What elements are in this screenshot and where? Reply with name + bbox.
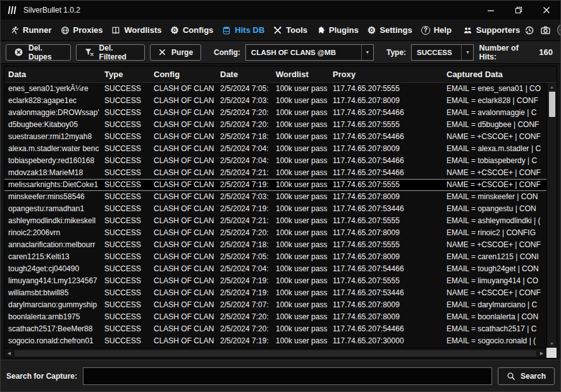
cell-type: SUCCESS (101, 311, 150, 323)
table-row[interactable]: minskeefer:mins58546 SUCCESS CLASH OF CL… (4, 191, 546, 203)
scroll-left-icon[interactable]: ◀ (4, 348, 14, 358)
nav-item-settings[interactable]: ⚙ Settings (363, 20, 417, 40)
cell-wordlist: 100k user pass (272, 95, 329, 107)
column-header-proxy[interactable]: Proxy (329, 66, 443, 82)
nav-item-tools[interactable]: Tools (269, 20, 312, 40)
table-header-corner (546, 66, 557, 83)
search-button[interactable]: Search (498, 367, 555, 385)
table-row[interactable]: d5bugbee:Kitaboy05 SUCCESS CLASH OF CLAN… (4, 119, 546, 131)
cell-proxy: 117.74.65.207:54466 (329, 131, 443, 143)
vertical-scrollbar[interactable]: ▲ ▼ (546, 83, 557, 348)
cell-proxy: 117.74.65.207:30000 (329, 335, 443, 347)
table-row[interactable]: sogocio.ronald:chefron01 SUCCESS CLASH O… (4, 335, 546, 347)
cell-wordlist: 100k user pass (272, 167, 329, 179)
config-select-value: CLASH OF CLANS @MB (246, 49, 361, 56)
nav-item-plugins[interactable]: Plugins (312, 20, 363, 40)
table-row[interactable]: enes_sena01:yerkÃ¼re SUCCESS CLASH OF CL… (4, 83, 546, 95)
cell-captured: EMAIL = rinoic2 | CONFIG (443, 227, 546, 239)
cell-wordlist: 100k user pass (272, 143, 329, 155)
cell-type: SUCCESS (101, 335, 150, 347)
wordlists-icon (111, 26, 120, 35)
type-select[interactable]: SUCCESS ▼ (411, 44, 474, 61)
cell-type: SUCCESS (101, 275, 150, 287)
cell-wordlist: 100k user pass (272, 227, 329, 239)
cell-config: CLASH OF CLAN (150, 167, 216, 179)
capture-search-bar: Search for Capture: Search (1, 360, 560, 391)
cell-data: boonlalerta:arnb1975 (4, 311, 101, 323)
cell-data: mdovzak18:MarieM18 (4, 167, 101, 179)
nav-item-label: Wordlists (124, 25, 161, 35)
del-filtered-label: Del. Filtered (99, 44, 137, 61)
cell-config: CLASH OF CLAN (150, 311, 216, 323)
cell-date: 2/5/2024 7:03: (216, 95, 272, 107)
cell-captured: NAME = +CSCOE+ | CONF (443, 179, 546, 191)
table-row[interactable]: tough24get:cj040490 SUCCESS CLASH OF CLA… (4, 263, 546, 275)
table-row[interactable]: boonlalerta:arnb1975 SUCCESS CLASH OF CL… (4, 311, 546, 323)
cell-date: 2/5/2024 7:20: (216, 119, 272, 131)
cell-data: melissarknights:DietCoke1 (4, 179, 101, 191)
cell-captured: EMAIL = avalonmaggie | C (443, 107, 546, 119)
table-row[interactable]: tobiaspeberdy:red160168 SUCCESS CLASH OF… (4, 155, 546, 167)
cell-type: SUCCESS (101, 227, 150, 239)
column-header-date[interactable]: Date (216, 66, 272, 82)
table-row[interactable]: rinoic2:2006vrn SUCCESS CLASH OF CLAN 2/… (4, 227, 546, 239)
cell-captured: EMAIL = eclark828 | CONF (443, 95, 546, 107)
table-row[interactable]: limuyang414:Lmy1234567 SUCCESS CLASH OF … (4, 275, 546, 287)
minimize-button[interactable] (477, 1, 505, 20)
scroll-up-icon[interactable]: ▲ (547, 83, 557, 91)
maximize-button[interactable] (505, 1, 533, 20)
cell-config: CLASH OF CLAN (150, 143, 216, 155)
del-dupes-button[interactable]: Del. Dupes (6, 44, 71, 61)
table-row[interactable]: williamsbt:btwill85 SUCCESS CLASH OF CLA… (4, 287, 546, 299)
horizontal-scrollbar-thumb[interactable] (15, 350, 536, 357)
cell-date: 2/5/2024 7:05: (216, 83, 272, 95)
table-row[interactable]: annaclarification:melbourr SUCCESS CLASH… (4, 239, 546, 251)
table-row[interactable]: opangestu:ramadhan1 SUCCESS CLASH OF CLA… (4, 203, 546, 215)
nav-item-configs[interactable]: ⚙ Configs (166, 20, 218, 40)
cell-data: tobiaspeberdy:red160168 (4, 155, 101, 167)
column-header-config[interactable]: Config (150, 66, 216, 82)
nav-item-hits-db[interactable]: Hits DB (218, 20, 269, 40)
screenshot-button[interactable] (540, 25, 551, 35)
table-row[interactable]: avalonmaggie:DROWssap' SUCCESS CLASH OF … (4, 107, 546, 119)
table-row[interactable]: alexa.m.stadler:water benc SUCCESS CLASH… (4, 143, 546, 155)
horizontal-scrollbar[interactable]: ◀ ▶ (4, 348, 546, 358)
column-header-data[interactable]: Data (4, 66, 101, 82)
column-header-captured[interactable]: Captured Data (443, 66, 546, 82)
table-row[interactable]: darylmarciano:gummyship SUCCESS CLASH OF… (4, 299, 546, 311)
history-button[interactable] (524, 25, 534, 35)
cell-type: SUCCESS (101, 263, 150, 275)
chevron-down-icon: ▼ (461, 45, 473, 60)
table-row[interactable]: caren1215:Kelti13 SUCCESS CLASH OF CLAN … (4, 251, 546, 263)
scroll-down-icon[interactable]: ▼ (547, 340, 557, 348)
column-header-type[interactable]: Type (101, 66, 150, 82)
scroll-right-icon[interactable]: ▶ (537, 348, 546, 358)
column-header-wordlist[interactable]: Wordlist (272, 66, 329, 82)
cell-date: 2/5/2024 7:04: (216, 143, 272, 155)
cell-proxy: 117.74.65.207:54466 (329, 107, 443, 119)
cell-config: CLASH OF CLAN (150, 299, 216, 311)
nav-item-proxies[interactable]: Proxies (56, 20, 108, 40)
cell-date: 2/5/2024 7:03: (216, 191, 272, 203)
table-row[interactable]: scathach2517:BeeMer88 SUCCESS CLASH OF C… (4, 323, 546, 335)
nav-item-help[interactable]: ? Help (417, 20, 456, 40)
table-row[interactable]: suestrauser:rmi12myah8 SUCCESS CLASH OF … (4, 131, 546, 143)
runner-icon (10, 26, 19, 35)
cell-config: CLASH OF CLAN (150, 239, 216, 251)
nav-item-runner[interactable]: Runner (6, 20, 56, 40)
capture-search-input[interactable] (83, 367, 492, 385)
table-row[interactable]: ashleymodlindki:mikeskell SUCCESS CLASH … (4, 215, 546, 227)
config-select[interactable]: CLASH OF CLANS @MB ▼ (245, 44, 374, 61)
del-dupes-label: Del. Dupes (28, 44, 63, 61)
nav-item-supporters[interactable]: Supporters (459, 20, 524, 40)
del-filtered-button[interactable]: Del. Filtered (76, 44, 145, 61)
purge-button[interactable]: Purge (150, 44, 201, 61)
table-row[interactable]: eclark828:agape1ec SUCCESS CLASH OF CLAN… (4, 95, 546, 107)
vertical-scrollbar-thumb[interactable] (549, 92, 555, 117)
hits-table: Data Type Config Date Wordlist Proxy Cap… (4, 66, 557, 358)
telegram-button[interactable] (557, 23, 561, 37)
table-row[interactable]: melissarknights:DietCoke1 SUCCESS CLASH … (4, 179, 546, 191)
nav-item-wordlists[interactable]: Wordlists (107, 20, 166, 40)
table-row[interactable]: mdovzak18:MarieM18 SUCCESS CLASH OF CLAN… (4, 167, 546, 179)
close-button[interactable] (533, 1, 560, 20)
